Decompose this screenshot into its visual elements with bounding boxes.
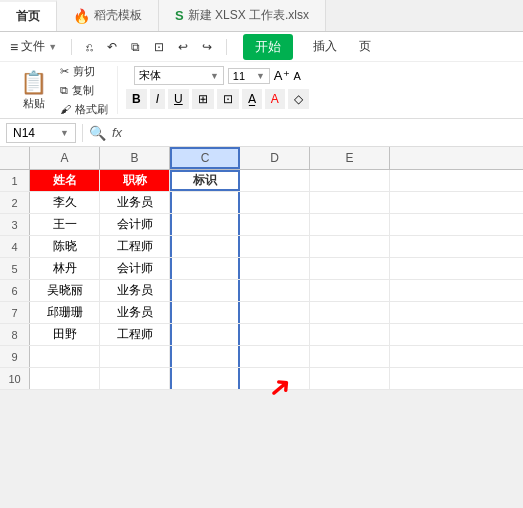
row-number: 8 xyxy=(0,324,30,345)
tab-home[interactable]: 首页 xyxy=(0,0,57,31)
cell-b9[interactable] xyxy=(100,346,170,367)
underline-button[interactable]: U xyxy=(168,89,189,109)
divider xyxy=(71,39,72,55)
cell-e1[interactable] xyxy=(310,170,390,191)
cell-a5[interactable]: 林丹 xyxy=(30,258,100,279)
tab-xlsx[interactable]: S 新建 XLSX 工作表.xlsx xyxy=(159,0,326,31)
format-painter-button[interactable]: 🖌 格式刷 xyxy=(57,101,111,118)
formula-input[interactable] xyxy=(128,126,517,140)
cell-c10[interactable] xyxy=(170,368,240,389)
cell-d6[interactable] xyxy=(240,280,310,301)
redo2-button[interactable]: ↪ xyxy=(198,38,216,56)
cell-a2[interactable]: 李久 xyxy=(30,192,100,213)
cell-a8[interactable]: 田野 xyxy=(30,324,100,345)
cell-b7[interactable]: 业务员 xyxy=(100,302,170,323)
paste2-button[interactable]: ⊡ xyxy=(150,38,168,56)
cell-a9[interactable] xyxy=(30,346,100,367)
cell-e6[interactable] xyxy=(310,280,390,301)
small-buttons: ✂ 剪切 ⧉ 复制 🖌 格式刷 xyxy=(57,63,111,118)
cell-ref-chevron-icon: ▼ xyxy=(60,128,69,138)
cell-a10[interactable] xyxy=(30,368,100,389)
cell-d2[interactable] xyxy=(240,192,310,213)
undo-button[interactable]: ⎌ xyxy=(82,38,97,56)
clear-button[interactable]: ◇ xyxy=(288,89,309,109)
cell-b1[interactable]: 职称 xyxy=(100,170,170,191)
font-name-select[interactable]: 宋体 ▼ xyxy=(134,66,224,85)
fx-label: fx xyxy=(112,125,122,140)
merge-button[interactable]: ⊡ xyxy=(217,89,239,109)
cell-c4[interactable] xyxy=(170,236,240,257)
cell-d1[interactable] xyxy=(240,170,310,191)
menu-button[interactable]: ≡ 文件 ▼ xyxy=(6,36,61,57)
column-headers: A B C D E xyxy=(0,147,523,170)
col-header-c[interactable]: C xyxy=(170,147,240,169)
cell-c3[interactable] xyxy=(170,214,240,235)
fill-color-button[interactable]: A̲ xyxy=(242,89,262,109)
cell-d3[interactable] xyxy=(240,214,310,235)
cell-b8[interactable]: 工程师 xyxy=(100,324,170,345)
cell-c7[interactable] xyxy=(170,302,240,323)
col-header-e[interactable]: E xyxy=(310,147,390,169)
increase-font-button[interactable]: A⁺ xyxy=(274,68,290,83)
cell-d7[interactable] xyxy=(240,302,310,323)
cell-b6[interactable]: 业务员 xyxy=(100,280,170,301)
cell-e5[interactable] xyxy=(310,258,390,279)
cell-e4[interactable] xyxy=(310,236,390,257)
table-row: 5林丹会计师 xyxy=(0,258,523,280)
page-button[interactable]: 页 xyxy=(351,38,379,55)
cell-b10[interactable] xyxy=(100,368,170,389)
cell-b2[interactable]: 业务员 xyxy=(100,192,170,213)
cell-c1[interactable]: 标识 xyxy=(170,170,240,191)
cell-c2[interactable] xyxy=(170,192,240,213)
paste-button[interactable]: 📋 粘贴 xyxy=(14,68,53,113)
font-row1: 宋体 ▼ 11 ▼ A⁺ A xyxy=(134,66,301,85)
cell-c9[interactable] xyxy=(170,346,240,367)
cell-e10[interactable] xyxy=(310,368,390,389)
cell-b4[interactable]: 工程师 xyxy=(100,236,170,257)
cell-a6[interactable]: 吴晓丽 xyxy=(30,280,100,301)
undo2-button[interactable]: ↶ xyxy=(103,38,121,56)
search-icon: 🔍 xyxy=(89,125,106,141)
font-chevron-icon: ▼ xyxy=(210,71,219,81)
cell-a3[interactable]: 王一 xyxy=(30,214,100,235)
cell-a4[interactable]: 陈晓 xyxy=(30,236,100,257)
bold-button[interactable]: B xyxy=(126,89,147,109)
paste-icon: 📋 xyxy=(20,70,47,96)
row-number: 7 xyxy=(0,302,30,323)
cell-e8[interactable] xyxy=(310,324,390,345)
cell-c8[interactable] xyxy=(170,324,240,345)
cell-b3[interactable]: 会计师 xyxy=(100,214,170,235)
cell-reference-box[interactable]: N14 ▼ xyxy=(6,123,76,143)
cell-d10[interactable] xyxy=(240,368,310,389)
cell-c5[interactable] xyxy=(170,258,240,279)
cell-e9[interactable] xyxy=(310,346,390,367)
italic-button[interactable]: I xyxy=(150,89,165,109)
cell-a1[interactable]: 姓名 xyxy=(30,170,100,191)
start-button[interactable]: 开始 xyxy=(243,34,293,60)
cell-e7[interactable] xyxy=(310,302,390,323)
col-header-d[interactable]: D xyxy=(240,147,310,169)
cut-button[interactable]: ✂ 剪切 xyxy=(57,63,111,80)
row-number: 10 xyxy=(0,368,30,389)
cell-d9[interactable] xyxy=(240,346,310,367)
col-header-b[interactable]: B xyxy=(100,147,170,169)
cell-d4[interactable] xyxy=(240,236,310,257)
tab-straw[interactable]: 🔥 稻壳模板 xyxy=(57,0,159,31)
insert-button[interactable]: 插入 xyxy=(305,38,345,55)
copy-button[interactable]: ⧉ xyxy=(127,38,144,56)
cell-d8[interactable] xyxy=(240,324,310,345)
cell-e2[interactable] xyxy=(310,192,390,213)
row-number: 5 xyxy=(0,258,30,279)
redo-button[interactable]: ↩ xyxy=(174,38,192,56)
decrease-font-button[interactable]: A xyxy=(294,70,301,82)
col-header-a[interactable]: A xyxy=(30,147,100,169)
cell-c6[interactable] xyxy=(170,280,240,301)
font-color-button[interactable]: A xyxy=(265,89,285,109)
cell-d5[interactable] xyxy=(240,258,310,279)
font-size-select[interactable]: 11 ▼ xyxy=(228,68,270,84)
cell-a7[interactable]: 邱珊珊 xyxy=(30,302,100,323)
cell-e3[interactable] xyxy=(310,214,390,235)
copy-text-button[interactable]: ⧉ 复制 xyxy=(57,82,111,99)
border-button[interactable]: ⊞ xyxy=(192,89,214,109)
cell-b5[interactable]: 会计师 xyxy=(100,258,170,279)
